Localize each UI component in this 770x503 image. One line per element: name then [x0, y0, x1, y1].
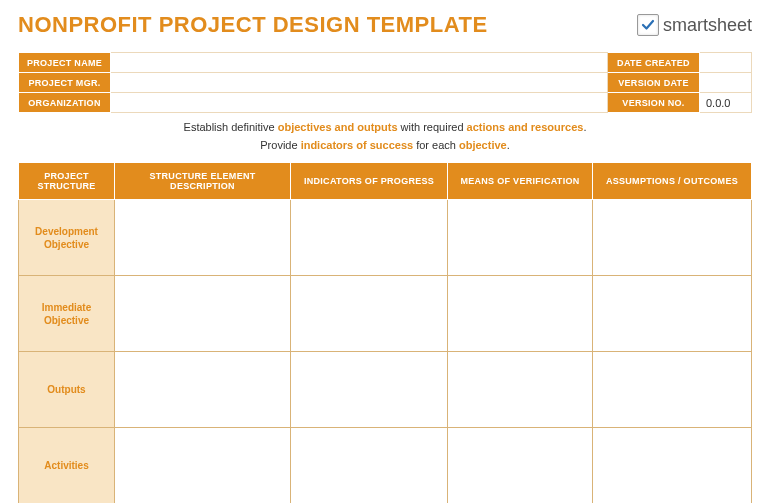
- cell[interactable]: [592, 200, 751, 276]
- instr-highlight: objective: [459, 139, 507, 151]
- row-label-development: Development Objective: [19, 200, 115, 276]
- cell[interactable]: [115, 200, 291, 276]
- cell[interactable]: [592, 276, 751, 352]
- instr-highlight: indicators of success: [301, 139, 414, 151]
- row-label-outputs: Outputs: [19, 352, 115, 428]
- field-project-mgr[interactable]: [111, 73, 608, 93]
- instr-text: .: [507, 139, 510, 151]
- instr-text: for each: [413, 139, 459, 151]
- table-row: Development Objective: [19, 200, 752, 276]
- col-project-structure: PROJECT STRUCTURE: [19, 163, 115, 200]
- meta-table: PROJECT NAME DATE CREATED PROJECT MGR. V…: [18, 52, 752, 113]
- field-version-no[interactable]: 0.0.0: [700, 93, 752, 113]
- label-version-no: VERSION NO.: [608, 93, 700, 113]
- page-title: NONPROFIT PROJECT DESIGN TEMPLATE: [18, 12, 488, 38]
- project-grid: PROJECT STRUCTURE STRUCTURE ELEMENT DESC…: [18, 162, 752, 503]
- instructions: Establish definitive objectives and outp…: [18, 119, 752, 154]
- col-verification: MEANS OF VERIFICATION: [448, 163, 593, 200]
- cell[interactable]: [448, 200, 593, 276]
- instr-text: Provide: [260, 139, 300, 151]
- row-label-activities: Activities: [19, 428, 115, 503]
- cell[interactable]: [291, 200, 448, 276]
- cell[interactable]: [448, 428, 593, 503]
- table-row: Activities: [19, 428, 752, 503]
- cell[interactable]: [448, 276, 593, 352]
- check-icon: [637, 14, 659, 36]
- label-organization: ORGANIZATION: [19, 93, 111, 113]
- cell[interactable]: [115, 276, 291, 352]
- label-project-name: PROJECT NAME: [19, 53, 111, 73]
- field-organization[interactable]: [111, 93, 608, 113]
- field-date-created[interactable]: [700, 53, 752, 73]
- logo: smartsheet: [637, 14, 752, 36]
- cell[interactable]: [592, 352, 751, 428]
- instr-highlight: actions and resources: [467, 121, 584, 133]
- table-row: Outputs: [19, 352, 752, 428]
- label-project-mgr: PROJECT MGR.: [19, 73, 111, 93]
- cell[interactable]: [291, 428, 448, 503]
- instr-text: with required: [398, 121, 467, 133]
- cell[interactable]: [291, 352, 448, 428]
- label-date-created: DATE CREATED: [608, 53, 700, 73]
- instr-text: .: [583, 121, 586, 133]
- col-element-description: STRUCTURE ELEMENT DESCRIPTION: [115, 163, 291, 200]
- cell[interactable]: [291, 276, 448, 352]
- instr-text: Establish definitive: [184, 121, 278, 133]
- col-indicators: INDICATORS OF PROGRESS: [291, 163, 448, 200]
- logo-text: smartsheet: [663, 15, 752, 36]
- row-label-immediate: Immediate Objective: [19, 276, 115, 352]
- table-row: Immediate Objective: [19, 276, 752, 352]
- cell[interactable]: [115, 352, 291, 428]
- cell[interactable]: [448, 352, 593, 428]
- field-project-name[interactable]: [111, 53, 608, 73]
- field-version-date[interactable]: [700, 73, 752, 93]
- label-version-date: VERSION DATE: [608, 73, 700, 93]
- cell[interactable]: [115, 428, 291, 503]
- col-assumptions: ASSUMPTIONS / OUTCOMES: [592, 163, 751, 200]
- cell[interactable]: [592, 428, 751, 503]
- instr-highlight: objectives and outputs: [278, 121, 398, 133]
